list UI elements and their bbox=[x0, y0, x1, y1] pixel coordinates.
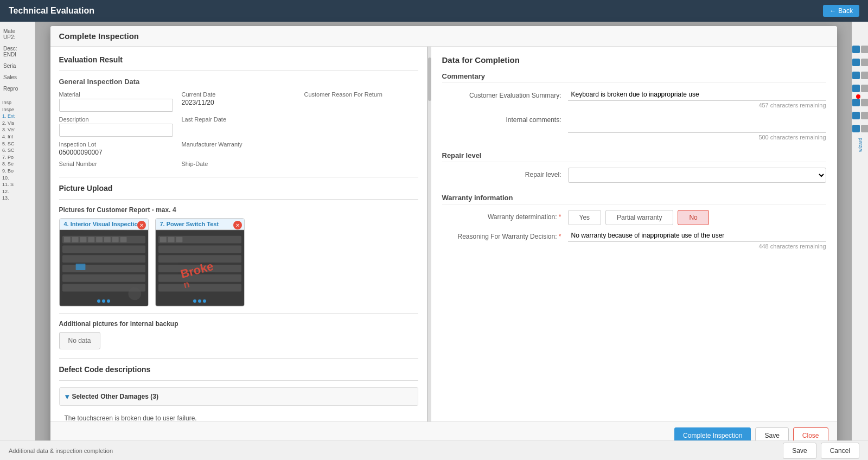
right-icon-group-2 bbox=[852, 59, 869, 66]
right-icon-2a[interactable] bbox=[852, 59, 860, 66]
defect-codes-title: Defect Code descriptions bbox=[59, 365, 418, 374]
field-description: Description bbox=[59, 116, 173, 137]
internal-comments-textarea[interactable] bbox=[568, 113, 826, 133]
defect-description-text: The touchscreen is broken due to user fa… bbox=[59, 410, 418, 421]
right-icon-2b[interactable] bbox=[861, 59, 869, 66]
repair-level-select[interactable]: Level 1 Level 2 Level 3 bbox=[568, 168, 826, 183]
svg-rect-12 bbox=[104, 237, 110, 242]
svg-rect-3 bbox=[62, 255, 145, 263]
warranty-reasoning-input[interactable] bbox=[568, 229, 826, 242]
field-manufacturer-warranty: Manufacturer Warranty bbox=[182, 141, 296, 156]
picture-card-1-label: 4. Interior Visual Inspection bbox=[60, 219, 148, 230]
inspection-lot-value: 050000090007 bbox=[59, 149, 173, 156]
right-icon-6b[interactable] bbox=[861, 112, 869, 119]
wizard-button[interactable]: wizard bbox=[858, 138, 863, 152]
scroll-track bbox=[428, 47, 431, 421]
sidebar-info-sales: Sales bbox=[2, 72, 33, 82]
inspection-grid: Material Current Date 2023/11/20 Custome… bbox=[59, 91, 418, 168]
right-icon-6a[interactable] bbox=[852, 112, 860, 119]
internal-comments-row: Internal comments: 500 characters remain… bbox=[442, 113, 826, 140]
modal-header: Complete Inspection bbox=[50, 26, 837, 47]
commentary-title: Commentary bbox=[442, 72, 826, 83]
description-value bbox=[59, 124, 173, 137]
keyboard-image-1 bbox=[60, 230, 148, 306]
warranty-reasoning-row: Reasoning For Warranty Decision: 448 cha… bbox=[442, 229, 826, 250]
svg-rect-23 bbox=[158, 284, 241, 292]
defect-accordion-header[interactable]: ▾ Selected Other Damages (3) bbox=[60, 388, 418, 405]
warranty-reasoning-char-count: 448 characters remaining bbox=[568, 243, 826, 250]
right-icon-group-1 bbox=[852, 46, 869, 53]
right-icon-group-5 bbox=[852, 99, 869, 106]
right-icon-group-wizard: wizard bbox=[852, 138, 869, 152]
modal-title: Complete Inspection bbox=[59, 31, 139, 41]
repair-level-section: Repair level Repair level: Level 1 Level… bbox=[442, 151, 826, 183]
insp-item-14: 12. bbox=[2, 188, 33, 195]
right-icon-3a[interactable] bbox=[852, 72, 860, 79]
back-button[interactable]: ← Back bbox=[823, 5, 859, 17]
picture-1-dots bbox=[97, 299, 110, 303]
last-repair-label: Last Repair Date bbox=[182, 116, 296, 123]
picture-1-close[interactable]: ✕ bbox=[137, 221, 146, 229]
picture-upload-title: Picture Upload bbox=[59, 184, 418, 193]
repair-level-label: Repair level: bbox=[442, 168, 561, 178]
svg-rect-15 bbox=[75, 264, 85, 270]
picture-2-close[interactable]: ✕ bbox=[233, 221, 242, 229]
svg-rect-24 bbox=[159, 237, 166, 242]
warranty-determination-row: Warranty determination: Yes Partial warr… bbox=[442, 210, 826, 225]
internal-comments-char-count: 500 characters remaining bbox=[568, 134, 826, 140]
right-icon-1b[interactable] bbox=[861, 46, 869, 53]
customer-pictures-label: Pictures for Customer Report - max. 4 bbox=[59, 206, 418, 214]
picture-card-2-image: Broke n bbox=[156, 230, 244, 306]
svg-rect-7 bbox=[63, 237, 70, 242]
svg-rect-20 bbox=[158, 255, 241, 263]
svg-rect-11 bbox=[96, 237, 103, 242]
right-icon-7b[interactable] bbox=[861, 125, 869, 132]
right-icon-group-6 bbox=[852, 112, 869, 119]
warranty-section: Warranty information Warranty determinat… bbox=[442, 194, 826, 250]
warranty-no-button[interactable]: No bbox=[678, 210, 709, 225]
pictures-row: 4. Interior Visual Inspection bbox=[59, 218, 418, 306]
warranty-yes-button[interactable]: Yes bbox=[568, 210, 602, 225]
insp-item-12: 10. bbox=[2, 175, 33, 182]
left-sidebar: MateUP2: Desc:ENDI Seria Sales Repro Ins… bbox=[0, 22, 35, 460]
mfr-warranty-label: Manufacturer Warranty bbox=[182, 141, 296, 148]
additional-pictures-label: Additional pictures for internal backup bbox=[59, 320, 418, 328]
right-icon-4a[interactable] bbox=[852, 85, 860, 92]
right-icon-3b[interactable] bbox=[861, 72, 869, 79]
additional-pictures-subsection: Additional pictures for internal backup … bbox=[59, 320, 418, 349]
field-empty2 bbox=[304, 141, 418, 156]
warranty-buttons: Yes Partial warranty No bbox=[568, 210, 709, 225]
right-icon-1a[interactable] bbox=[852, 46, 860, 53]
svg-rect-9 bbox=[80, 237, 86, 242]
no-data-label: No data bbox=[59, 332, 100, 349]
customer-summary-input[interactable] bbox=[568, 88, 826, 101]
repair-level-title: Repair level bbox=[442, 151, 826, 162]
bottom-bar: Additional data & inspection completion … bbox=[0, 440, 868, 460]
sidebar-info-material: MateUP2: bbox=[2, 26, 33, 42]
right-icon-5b[interactable] bbox=[861, 99, 869, 106]
general-inspection-title: General Inspection Data bbox=[59, 78, 418, 86]
svg-rect-10 bbox=[88, 237, 94, 242]
bottom-save-button[interactable]: Save bbox=[783, 443, 816, 459]
right-icon-7a[interactable] bbox=[852, 125, 860, 132]
warranty-partial-button[interactable]: Partial warranty bbox=[605, 210, 673, 225]
insp-item-11: 9. Bo bbox=[2, 168, 33, 175]
right-icon-group-3 bbox=[852, 72, 869, 79]
sidebar-info-desc: Desc:ENDI bbox=[2, 43, 33, 60]
picture-card-1[interactable]: 4. Interior Visual Inspection bbox=[59, 218, 149, 306]
modal-body: Evaluation Result General Inspection Dat… bbox=[50, 47, 837, 421]
svg-rect-8 bbox=[72, 237, 78, 242]
right-icon-5a[interactable] bbox=[852, 99, 860, 106]
svg-point-16 bbox=[128, 288, 141, 301]
scroll-thumb[interactable] bbox=[428, 58, 431, 101]
svg-rect-19 bbox=[158, 246, 241, 253]
insp-item-5: 3. Ver bbox=[2, 126, 33, 133]
field-empty bbox=[304, 116, 418, 137]
bottom-cancel-button[interactable]: Cancel bbox=[821, 443, 859, 459]
data-completion-title: Data for Completion bbox=[442, 55, 826, 65]
right-icon-4b[interactable] bbox=[861, 85, 869, 92]
right-icon-group-7 bbox=[852, 125, 869, 132]
defect-accordion: ▾ Selected Other Damages (3) bbox=[59, 387, 418, 406]
insp-item-3: 1. Ext bbox=[2, 113, 33, 120]
picture-card-2[interactable]: 7. Power Switch Test bbox=[155, 218, 245, 306]
